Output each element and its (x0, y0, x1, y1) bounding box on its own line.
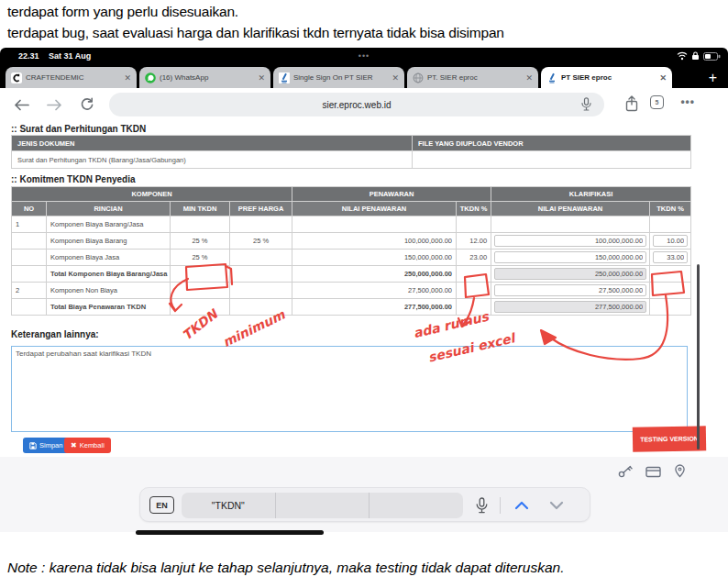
klarifikasi-nilai-input[interactable] (494, 301, 646, 313)
tab-craftendemic[interactable]: CRAFTENDEMIC✕ (6, 67, 137, 88)
table-row: Total Komponen Biaya Barang/Jasa250,000,… (12, 266, 691, 283)
web-page: :: Surat dan Perhitungan TKDN JENIS DOKU… (0, 121, 728, 457)
klarifikasi-tkdn-input[interactable] (653, 251, 688, 263)
section-title-komitmen: :: Komitmen TKDN Penyedia (11, 174, 136, 184)
col-nilai-klarifikasi: NILAI PENAWARAN (491, 202, 650, 216)
tab-single-sign-on-pt-sier[interactable]: Single Sign On PT SIER✕ (273, 67, 404, 88)
klarifikasi-nilai-input[interactable] (494, 235, 646, 247)
new-tab-button[interactable]: + (709, 67, 717, 88)
note-line-2: terdapat bug, saat evaluasi harga dan kl… (7, 25, 504, 41)
url-text: sier.eproc.web.id (322, 100, 391, 110)
globe-icon (413, 72, 424, 83)
col-file-upload: FILE YANG DIUPLOAD VENDOR (413, 136, 691, 151)
group-header-klarifikasi: KLARIFIKASI (491, 187, 691, 202)
credit-card-icon[interactable] (645, 465, 661, 482)
keterangan-textarea[interactable]: Terdapat perubahan saat klarifikasi TKDN (11, 346, 688, 432)
divider (500, 497, 501, 514)
testing-version-badge: TESTING VERSION (633, 426, 706, 451)
group-header-komponen: KOMPONEN (12, 187, 292, 202)
keterangan-label: Keterangan lainnya: (11, 329, 99, 339)
col-tkdn-penawaran: TKDN % (457, 202, 491, 216)
bottom-note: Note : karena tidak bisa lanjut ke tahap… (7, 560, 564, 576)
keyboard-language-key[interactable]: EN (149, 496, 174, 514)
screenshot-root: terdapat form yang perlu disesuaikan. te… (0, 0, 728, 588)
sier-icon (546, 72, 557, 83)
tab-pt-sier-eproc[interactable]: PT. SIER eproc✕ (407, 67, 538, 88)
suggestion-strip: "TKDN" (182, 493, 463, 518)
home-indicator[interactable] (136, 530, 324, 535)
back-button[interactable] (11, 96, 31, 113)
col-rincian: RINCIAN (47, 202, 171, 216)
lock-icon (691, 48, 700, 64)
tab-title: (16) WhatsApp (160, 73, 254, 82)
close-tab-icon[interactable]: ✕ (659, 73, 667, 83)
section-title-surat: :: Surat dan Perhitungan TKDN (11, 124, 146, 134)
tab-bar: CRAFTENDEMIC✕(16) WhatsApp✕Single Sign O… (0, 64, 728, 88)
table-row: Komponen Biaya Barang25 %25 %100,000,000… (12, 233, 691, 250)
status-dots: ••• (0, 51, 728, 61)
tab-16-whatsapp[interactable]: (16) WhatsApp✕ (139, 67, 270, 88)
table-row: Surat dan Perhitungan TKDN (Barang/Jasa/… (12, 151, 691, 169)
tab-title: CRAFTENDEMIC (26, 73, 120, 82)
col-nilai-penawaran: NILAI PENAWARAN (292, 202, 457, 216)
share-button[interactable] (625, 95, 638, 112)
close-tab-icon[interactable]: ✕ (258, 73, 265, 83)
table-row: Komponen Biaya Jasa25 %150,000,000.0023.… (12, 250, 691, 266)
tab-pt-sier-eproc[interactable]: PT SIER eproc✕ (541, 67, 672, 88)
page-scrollbar[interactable] (697, 264, 700, 449)
keyboard-suggestion-bar: EN "TKDN" (139, 487, 590, 522)
col-tkdn-klarifikasi: TKDN % (650, 202, 691, 216)
suggestion-empty-2[interactable] (369, 493, 463, 518)
location-pin-icon[interactable] (674, 464, 686, 482)
close-tab-icon[interactable]: ✕ (124, 73, 131, 83)
ipad-screenshot: 22.31 Sat 31 Aug ••• CRAFTENDEMIC✕(16) W… (0, 48, 728, 532)
reload-button[interactable] (77, 96, 97, 113)
chevron-up-icon[interactable] (511, 494, 533, 516)
sier-icon (279, 72, 290, 83)
klarifikasi-nilai-input[interactable] (494, 284, 646, 296)
close-tab-icon[interactable]: ✕ (525, 73, 533, 83)
craftendemic-icon (11, 72, 22, 83)
tab-title: Single Sign On PT SIER (293, 73, 388, 82)
klarifikasi-tkdn-input[interactable] (653, 235, 688, 247)
browser-toolbar: sier.eproc.web.id 5 ••• (0, 88, 728, 121)
group-header-penawaran: PENAWARAN (292, 187, 491, 202)
dokumen-table-body: Surat dan Perhitungan TKDN (Barang/Jasa/… (12, 151, 691, 169)
klarifikasi-nilai-input[interactable] (494, 251, 646, 263)
tab-title: PT. SIER eproc (427, 73, 522, 82)
table-row: 2Komponen Non Biaya27,500,000.00 (12, 283, 691, 299)
col-pref-harga: PREF HARGA (230, 202, 292, 216)
suggestion-empty-1[interactable] (275, 493, 370, 518)
col-no: NO (12, 202, 47, 216)
back-kembali-button[interactable]: ✖ Kembali (64, 438, 111, 453)
dokumen-table: JENIS DOKUMEN FILE YANG DIUPLOAD VENDOR … (11, 135, 691, 169)
table-row: 1Komponen Biaya Barang/Jasa (12, 216, 691, 233)
whatsapp-icon (145, 72, 156, 83)
tabs-button[interactable]: 5 (650, 95, 664, 109)
klarifikasi-nilai-input[interactable] (494, 268, 646, 280)
note-line-1: terdapat form yang perlu disesuaikan. (7, 4, 238, 20)
chevron-down-icon[interactable] (546, 494, 568, 516)
col-jenis-dokumen: JENIS DOKUMEN (12, 136, 413, 151)
save-button[interactable]: Simpan (23, 438, 69, 453)
suggestion-tkdn[interactable]: "TKDN" (182, 493, 275, 518)
tab-title: PT SIER eproc (561, 73, 656, 82)
mic-icon[interactable] (581, 97, 591, 113)
more-menu-button[interactable]: ••• (680, 95, 695, 108)
tab-count: 5 (650, 95, 664, 109)
password-key-icon[interactable] (618, 465, 633, 482)
keyboard-accessory-area: EN "TKDN" (0, 457, 728, 532)
close-tab-icon[interactable]: ✕ (392, 73, 399, 83)
url-field[interactable]: sier.eproc.web.id (109, 93, 604, 116)
komitmen-table: KOMPONEN PENAWARAN KLARIFIKASI NO RINCIA… (11, 186, 691, 316)
col-min-tkdn: MIN TKDN (171, 202, 230, 216)
wifi-icon (677, 48, 688, 64)
komitmen-table-body: 1Komponen Biaya Barang/JasaKomponen Biay… (12, 216, 691, 316)
battery-icon (703, 48, 721, 64)
dictation-mic-icon[interactable] (470, 494, 492, 516)
table-row: Total Biaya Penawaran TKDN277,500,000.00 (12, 299, 691, 316)
status-bar: 22.31 Sat 31 Aug ••• (0, 48, 728, 64)
forward-button[interactable] (44, 96, 64, 113)
